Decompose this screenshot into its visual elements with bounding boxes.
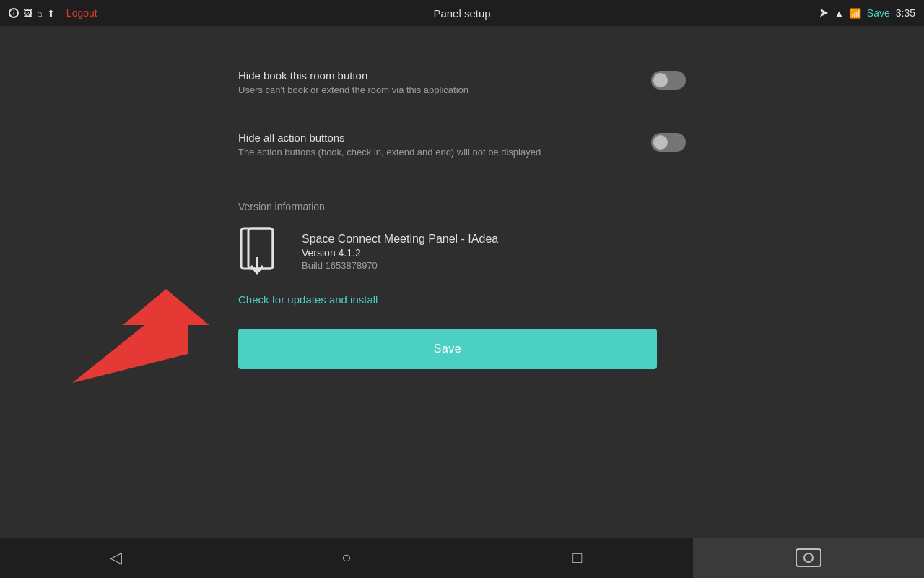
version-section-title: Version information (238, 201, 686, 212)
status-bar: i 🖼 ⌂ ⬆ Logout Panel setup ⮞ ▲ 📶 Save 3:… (0, 0, 924, 26)
version-section: Version information Space Connect Meetin… (238, 201, 686, 329)
version-card: Space Connect Meeting Panel - IAdea Vers… (238, 227, 686, 276)
status-right: ⮞ ▲ 📶 Save 3:35 (819, 7, 915, 19)
info-icon: i (9, 8, 19, 18)
status-left: i 🖼 ⌂ ⬆ Logout (9, 7, 97, 19)
save-button[interactable]: Save (238, 329, 657, 369)
svg-rect-1 (248, 228, 273, 269)
wifi-icon: ▲ (834, 8, 844, 19)
app-icon (238, 227, 287, 276)
hide-book-room-desc: Users can't book or extend the room via … (238, 85, 637, 95)
app-version: Version 4.1.2 (302, 247, 498, 259)
status-icons: i 🖼 ⌂ ⬆ (9, 8, 55, 19)
nav-back[interactable]: ◁ (0, 538, 231, 578)
bottom-nav: ◁ ○ □ (0, 538, 924, 578)
bluetooth-icon: ⮞ (819, 8, 829, 19)
back-icon: ◁ (110, 548, 122, 567)
home-icon: ○ (341, 548, 351, 567)
nav-home[interactable]: ○ (231, 538, 462, 578)
app-build: Build 1653878970 (302, 260, 498, 271)
camera-icon (796, 548, 821, 567)
camera-lens (803, 553, 814, 563)
time-display: 3:35 (896, 7, 915, 19)
upload-icon: ⬆ (47, 8, 55, 19)
hide-book-room-toggle[interactable] (651, 71, 686, 90)
hide-action-buttons-title: Hide all action buttons (238, 131, 637, 144)
hide-action-buttons-row: Hide all action buttons The action butto… (238, 117, 686, 172)
hide-action-buttons-text: Hide all action buttons The action butto… (238, 131, 637, 158)
toggle-thumb (653, 73, 668, 87)
hide-action-buttons-toggle[interactable] (651, 133, 686, 152)
settings-container: Hide book this room button Users can't b… (238, 55, 686, 369)
hide-book-room-title: Hide book this room button (238, 69, 637, 82)
hide-book-room-row: Hide book this room button Users can't b… (238, 55, 686, 110)
version-details: Space Connect Meeting Panel - IAdea Vers… (302, 233, 498, 271)
check-updates-link[interactable]: Check for updates and install (238, 293, 378, 306)
nav-recent[interactable]: □ (462, 538, 693, 578)
signal-icon: 📶 (850, 8, 861, 19)
save-top-button[interactable]: Save (867, 7, 890, 19)
app-name: Space Connect Meeting Panel - IAdea (302, 233, 498, 246)
recent-icon: □ (572, 548, 582, 567)
nav-camera[interactable] (693, 538, 924, 578)
toggle-thumb-2 (653, 135, 668, 150)
hide-action-buttons-desc: The action buttons (book, check in, exte… (238, 147, 637, 158)
hide-book-room-text: Hide book this room button Users can't b… (238, 69, 637, 95)
logout-button[interactable]: Logout (66, 7, 97, 19)
home-status-icon: ⌂ (37, 8, 43, 19)
image-icon: 🖼 (23, 8, 32, 19)
main-content: Hide book this room button Users can't b… (0, 26, 924, 369)
page-title: Panel setup (433, 7, 490, 20)
